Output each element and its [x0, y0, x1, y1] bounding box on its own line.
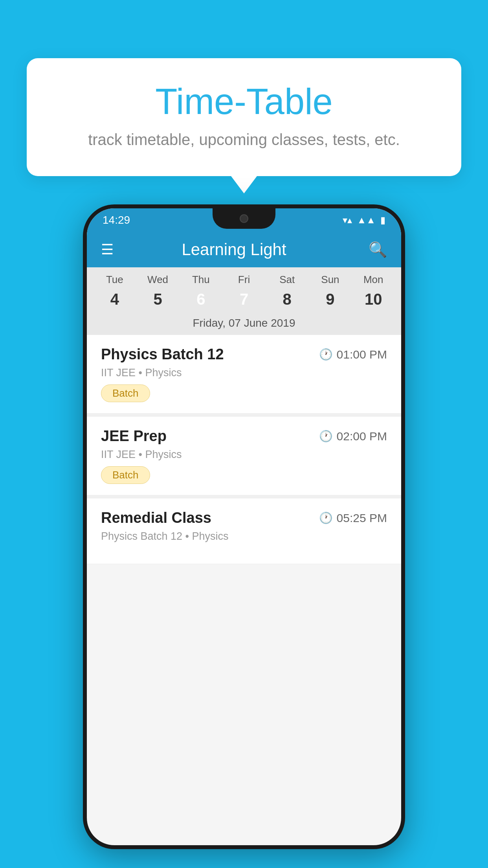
item-3-time: 🕐 05:25 PM — [319, 511, 387, 525]
day-10[interactable]: 10 — [352, 291, 395, 308]
app-bar: ☰ Learning Light 🔍 — [87, 232, 401, 267]
calendar-strip: Tue Wed Thu Fri Sat Sun Mon 4 5 6 — [87, 267, 401, 335]
item-1-title: Physics Batch 12 — [101, 346, 224, 363]
item-2-time: 🕐 02:00 PM — [319, 430, 387, 443]
item-1-time: 🕐 01:00 PM — [319, 348, 387, 361]
search-icon[interactable]: 🔍 — [369, 241, 387, 258]
item-2-sub: IIT JEE • Physics — [101, 449, 387, 461]
signal-icon: ▲▲ — [357, 215, 376, 226]
item-2-title: JEE Prep — [101, 428, 167, 445]
schedule-item-1[interactable]: Physics Batch 12 🕐 01:00 PM IIT JEE • Ph… — [87, 335, 401, 414]
day-headers: Tue Wed Thu Fri Sat Sun Mon — [87, 274, 401, 289]
item-3-sub: Physics Batch 12 • Physics — [101, 530, 387, 542]
item-1-badge: Batch — [101, 384, 150, 402]
clock-icon-1: 🕐 — [319, 348, 333, 361]
app-title: Learning Light — [125, 240, 343, 259]
clock-icon-2: 🕐 — [319, 430, 333, 443]
item-2-badge: Batch — [101, 466, 150, 484]
wifi-icon: ▾▴ — [343, 215, 352, 226]
day-numbers: 4 5 6 7 8 9 10 — [87, 289, 401, 314]
day-header-sat: Sat — [266, 274, 309, 286]
day-6-today[interactable]: 6 — [179, 291, 222, 308]
day-header-mon: Mon — [352, 274, 395, 286]
item-3-title: Remedial Class — [101, 509, 211, 526]
day-7-selected[interactable]: 7 — [222, 291, 266, 308]
tooltip-card: Time-Table track timetable, upcoming cla… — [27, 58, 461, 176]
status-time: 14:29 — [103, 214, 130, 226]
hamburger-icon[interactable]: ☰ — [101, 241, 114, 258]
day-5[interactable]: 5 — [136, 291, 180, 308]
day-4[interactable]: 4 — [93, 291, 136, 308]
day-8[interactable]: 8 — [266, 291, 309, 308]
day-header-fri: Fri — [222, 274, 266, 286]
schedule-item-2[interactable]: JEE Prep 🕐 02:00 PM IIT JEE • Physics Ba… — [87, 417, 401, 495]
phone-outer: 14:29 ▾▴ ▲▲ ▮ ☰ Learning Light 🔍 Tue Wed… — [83, 204, 405, 849]
camera — [240, 214, 248, 223]
day-header-wed: Wed — [136, 274, 180, 286]
phone-mockup: 14:29 ▾▴ ▲▲ ▮ ☰ Learning Light 🔍 Tue Wed… — [83, 204, 405, 849]
day-9[interactable]: 9 — [309, 291, 352, 308]
tooltip-title: Time-Table — [58, 82, 430, 121]
day-header-sun: Sun — [309, 274, 352, 286]
phone-screen: 14:29 ▾▴ ▲▲ ▮ ☰ Learning Light 🔍 Tue Wed… — [87, 208, 401, 845]
date-label: Friday, 07 June 2019 — [87, 314, 401, 335]
day-header-thu: Thu — [179, 274, 222, 286]
schedule-item-3[interactable]: Remedial Class 🕐 05:25 PM Physics Batch … — [87, 498, 401, 564]
notch — [213, 208, 275, 229]
item-1-sub: IIT JEE • Physics — [101, 367, 387, 379]
status-icons: ▾▴ ▲▲ ▮ — [343, 215, 385, 226]
schedule-list: Physics Batch 12 🕐 01:00 PM IIT JEE • Ph… — [87, 335, 401, 564]
battery-icon: ▮ — [380, 215, 385, 226]
clock-icon-3: 🕐 — [319, 511, 333, 524]
tooltip-subtitle: track timetable, upcoming classes, tests… — [58, 131, 430, 149]
day-header-tue: Tue — [93, 274, 136, 286]
